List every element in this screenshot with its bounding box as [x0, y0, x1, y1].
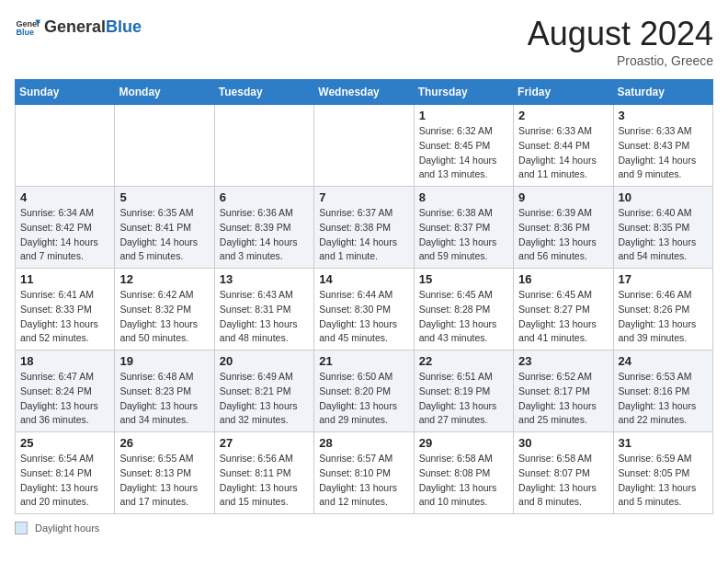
- day-detail: Sunrise: 6:32 AM Sunset: 8:45 PM Dayligh…: [419, 124, 508, 182]
- day-number: 15: [419, 272, 508, 286]
- day-number: 26: [119, 436, 209, 450]
- day-number: 29: [419, 436, 508, 450]
- calendar-day-cell: 14Sunrise: 6:44 AM Sunset: 8:30 PM Dayli…: [314, 269, 414, 350]
- calendar-day-cell: 12Sunrise: 6:42 AM Sunset: 8:32 PM Dayli…: [115, 269, 214, 350]
- day-number: 6: [220, 190, 309, 204]
- day-detail: Sunrise: 6:37 AM Sunset: 8:38 PM Dayligh…: [319, 206, 408, 264]
- logo: General Blue GeneralBlue: [15, 15, 142, 40]
- day-number: 14: [319, 272, 408, 286]
- calendar-week-row: 18Sunrise: 6:47 AM Sunset: 8:24 PM Dayli…: [16, 350, 713, 432]
- day-detail: Sunrise: 6:48 AM Sunset: 8:23 PM Dayligh…: [119, 370, 209, 428]
- calendar-day-cell: 13Sunrise: 6:43 AM Sunset: 8:31 PM Dayli…: [214, 269, 313, 350]
- day-detail: Sunrise: 6:42 AM Sunset: 8:32 PM Dayligh…: [119, 288, 209, 346]
- calendar-day-cell: 8Sunrise: 6:38 AM Sunset: 8:37 PM Daylig…: [414, 187, 513, 269]
- day-number: 30: [518, 436, 608, 450]
- calendar-day-cell: 30Sunrise: 6:58 AM Sunset: 8:07 PM Dayli…: [514, 432, 613, 514]
- day-number: 8: [419, 190, 508, 204]
- day-detail: Sunrise: 6:53 AM Sunset: 8:16 PM Dayligh…: [619, 370, 708, 428]
- calendar-week-row: 4Sunrise: 6:34 AM Sunset: 8:42 PM Daylig…: [16, 187, 713, 269]
- weekday-header: Monday: [115, 80, 214, 105]
- day-detail: Sunrise: 6:38 AM Sunset: 8:37 PM Dayligh…: [419, 206, 508, 264]
- day-detail: Sunrise: 6:35 AM Sunset: 8:41 PM Dayligh…: [119, 206, 209, 264]
- day-detail: Sunrise: 6:51 AM Sunset: 8:19 PM Dayligh…: [419, 370, 508, 428]
- day-number: 28: [319, 436, 408, 450]
- location-subtitle: Proastio, Greece: [528, 53, 713, 68]
- day-number: 18: [20, 354, 109, 368]
- calendar-day-cell: [314, 105, 414, 187]
- weekday-header: Thursday: [414, 80, 513, 105]
- calendar-week-row: 11Sunrise: 6:41 AM Sunset: 8:33 PM Dayli…: [16, 269, 713, 350]
- calendar-day-cell: 27Sunrise: 6:56 AM Sunset: 8:11 PM Dayli…: [214, 432, 313, 514]
- day-detail: Sunrise: 6:45 AM Sunset: 8:27 PM Dayligh…: [518, 288, 608, 346]
- day-detail: Sunrise: 6:54 AM Sunset: 8:14 PM Dayligh…: [20, 452, 109, 510]
- calendar-day-cell: 19Sunrise: 6:48 AM Sunset: 8:23 PM Dayli…: [115, 350, 214, 432]
- calendar-day-cell: 24Sunrise: 6:53 AM Sunset: 8:16 PM Dayli…: [613, 350, 712, 432]
- legend-box: [15, 522, 28, 534]
- day-detail: Sunrise: 6:39 AM Sunset: 8:36 PM Dayligh…: [518, 206, 608, 264]
- calendar-day-cell: 6Sunrise: 6:36 AM Sunset: 8:39 PM Daylig…: [214, 187, 313, 269]
- day-number: 21: [319, 354, 408, 368]
- calendar-day-cell: 22Sunrise: 6:51 AM Sunset: 8:19 PM Dayli…: [414, 350, 513, 432]
- day-number: 1: [419, 109, 508, 122]
- calendar-day-cell: 16Sunrise: 6:45 AM Sunset: 8:27 PM Dayli…: [514, 269, 613, 350]
- page-header: General Blue GeneralBlue August 2024 Pro…: [15, 15, 713, 68]
- calendar-day-cell: 3Sunrise: 6:33 AM Sunset: 8:43 PM Daylig…: [613, 105, 712, 187]
- weekday-header: Tuesday: [214, 80, 313, 105]
- day-number: 23: [518, 354, 608, 368]
- day-number: 7: [319, 190, 408, 204]
- calendar-footer: Daylight hours: [15, 522, 713, 534]
- calendar-day-cell: 7Sunrise: 6:37 AM Sunset: 8:38 PM Daylig…: [314, 187, 414, 269]
- day-number: 12: [119, 272, 209, 286]
- calendar-day-cell: 29Sunrise: 6:58 AM Sunset: 8:08 PM Dayli…: [414, 432, 513, 514]
- day-detail: Sunrise: 6:59 AM Sunset: 8:05 PM Dayligh…: [619, 452, 708, 510]
- day-detail: Sunrise: 6:57 AM Sunset: 8:10 PM Dayligh…: [319, 452, 408, 510]
- calendar-day-cell: [115, 105, 214, 187]
- calendar-day-cell: 20Sunrise: 6:49 AM Sunset: 8:21 PM Dayli…: [214, 350, 313, 432]
- calendar-day-cell: [16, 105, 115, 187]
- calendar-day-cell: 21Sunrise: 6:50 AM Sunset: 8:20 PM Dayli…: [314, 350, 414, 432]
- calendar-day-cell: 4Sunrise: 6:34 AM Sunset: 8:42 PM Daylig…: [16, 187, 115, 269]
- day-number: 5: [119, 190, 209, 204]
- calendar-day-cell: 15Sunrise: 6:45 AM Sunset: 8:28 PM Dayli…: [414, 269, 513, 350]
- day-number: 13: [220, 272, 309, 286]
- calendar-day-cell: 23Sunrise: 6:52 AM Sunset: 8:17 PM Dayli…: [514, 350, 613, 432]
- day-detail: Sunrise: 6:36 AM Sunset: 8:39 PM Dayligh…: [220, 206, 309, 264]
- calendar-day-cell: 10Sunrise: 6:40 AM Sunset: 8:35 PM Dayli…: [613, 187, 712, 269]
- day-detail: Sunrise: 6:33 AM Sunset: 8:43 PM Dayligh…: [619, 124, 708, 182]
- legend-label: Daylight hours: [35, 523, 99, 534]
- day-number: 11: [20, 272, 109, 286]
- calendar-day-cell: 18Sunrise: 6:47 AM Sunset: 8:24 PM Dayli…: [16, 350, 115, 432]
- day-number: 25: [20, 436, 109, 450]
- calendar-week-row: 25Sunrise: 6:54 AM Sunset: 8:14 PM Dayli…: [16, 432, 713, 514]
- day-detail: Sunrise: 6:40 AM Sunset: 8:35 PM Dayligh…: [619, 206, 708, 264]
- weekday-header: Wednesday: [314, 80, 414, 105]
- day-number: 24: [619, 354, 708, 368]
- day-number: 9: [518, 190, 608, 204]
- month-year-title: August 2024: [528, 15, 713, 53]
- day-detail: Sunrise: 6:47 AM Sunset: 8:24 PM Dayligh…: [20, 370, 109, 428]
- day-number: 27: [220, 436, 309, 450]
- calendar-table: SundayMondayTuesdayWednesdayThursdayFrid…: [15, 79, 713, 514]
- day-detail: Sunrise: 6:58 AM Sunset: 8:08 PM Dayligh…: [419, 452, 508, 510]
- calendar-day-cell: 9Sunrise: 6:39 AM Sunset: 8:36 PM Daylig…: [514, 187, 613, 269]
- day-number: 20: [220, 354, 309, 368]
- day-detail: Sunrise: 6:33 AM Sunset: 8:44 PM Dayligh…: [518, 124, 608, 182]
- day-number: 17: [619, 272, 708, 286]
- calendar-day-cell: 5Sunrise: 6:35 AM Sunset: 8:41 PM Daylig…: [115, 187, 214, 269]
- day-detail: Sunrise: 6:52 AM Sunset: 8:17 PM Dayligh…: [518, 370, 608, 428]
- title-block: August 2024 Proastio, Greece: [528, 15, 713, 68]
- logo-text: GeneralBlue: [44, 18, 142, 37]
- day-detail: Sunrise: 6:50 AM Sunset: 8:20 PM Dayligh…: [319, 370, 408, 428]
- calendar-day-cell: 2Sunrise: 6:33 AM Sunset: 8:44 PM Daylig…: [514, 105, 613, 187]
- calendar-day-cell: 11Sunrise: 6:41 AM Sunset: 8:33 PM Dayli…: [16, 269, 115, 350]
- day-number: 10: [619, 190, 708, 204]
- day-detail: Sunrise: 6:55 AM Sunset: 8:13 PM Dayligh…: [119, 452, 209, 510]
- day-detail: Sunrise: 6:49 AM Sunset: 8:21 PM Dayligh…: [220, 370, 309, 428]
- day-detail: Sunrise: 6:41 AM Sunset: 8:33 PM Dayligh…: [20, 288, 109, 346]
- weekday-header: Sunday: [16, 80, 115, 105]
- day-number: 31: [619, 436, 708, 450]
- calendar-header-row: SundayMondayTuesdayWednesdayThursdayFrid…: [16, 80, 713, 105]
- calendar-day-cell: 26Sunrise: 6:55 AM Sunset: 8:13 PM Dayli…: [115, 432, 214, 514]
- day-number: 19: [119, 354, 209, 368]
- logo-icon: General Blue: [15, 15, 40, 40]
